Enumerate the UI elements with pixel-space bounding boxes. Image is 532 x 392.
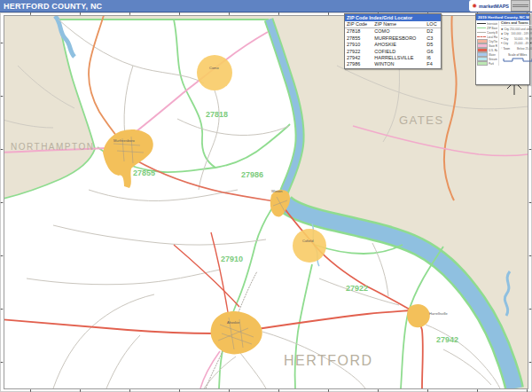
town-label-como: Como — [209, 66, 219, 70]
city-dot-icon: ● — [501, 37, 503, 40]
region-label-northampton: NORTHAMPTON — [11, 142, 94, 152]
map-canvas: NORTHAMPTON GATES HERTFORD 27818 27855 2… — [0, 12, 532, 392]
city-dot-icon: ● — [501, 43, 503, 45]
city-dot-icon: ● — [501, 33, 503, 36]
zip-table: ZIP Code ZIP Name LOC 27818COMOD2 27855M… — [345, 21, 441, 68]
logo-badge — [511, 0, 530, 12]
legend-symbols: Interstate Hwy. ZIP Boundary County Bdry… — [477, 21, 499, 66]
brand-logo: ✹ marketMAPS — [469, 0, 532, 12]
zip-row: 27986WINTONF4 — [345, 61, 441, 67]
zip-row: 27855MURFREESBOROC3 — [345, 35, 441, 42]
legend-body: Interstate Hwy. ZIP Boundary County Bdry… — [476, 20, 529, 67]
zip-label-27855: 27855 — [133, 169, 155, 177]
zip-row: 27942HARRELLSVILLEI6 — [345, 55, 441, 61]
col-zip-code: ZIP Code — [345, 21, 372, 28]
city-dot-icon: ● — [501, 27, 503, 31]
zip-row: 27922COFIELDG6 — [345, 49, 441, 55]
zip-label-27910: 27910 — [221, 255, 243, 263]
legend-title: 2019 Hertford County, NC Map — [476, 14, 529, 20]
zip-row: 27910AHOSKIED5 — [345, 42, 441, 48]
town-label-harrellsville: Harrellsville — [429, 311, 448, 316]
region-label-gates: GATES — [399, 114, 444, 127]
cities-and-towns-title: Cities and Towns — [501, 21, 532, 26]
town-label-ahoskie: Ahoskie — [227, 320, 240, 325]
interstate-line-swatch — [477, 23, 486, 24]
town-label-winton: Winton — [271, 189, 282, 193]
county-boundary-swatch — [477, 32, 486, 33]
zip-code-index-panel: ZIP Code Index/Grid Locator ZIP Code ZIP… — [344, 13, 442, 69]
local-road-swatch — [477, 36, 486, 37]
zip-label-27922: 27922 — [346, 284, 368, 293]
town-label-cofield: Cofield — [302, 239, 313, 243]
zip-label-27818: 27818 — [206, 110, 228, 119]
legend-cities: Cities and Towns ●City250,000 and above … — [499, 21, 532, 66]
col-zip-name: ZIP Name — [372, 21, 425, 28]
zip-table-header-row: ZIP Code ZIP Name LOC — [345, 21, 441, 28]
title-bar: HERTFORD COUNTY, NC — [0, 0, 532, 12]
town-como-area — [197, 55, 232, 90]
map-legend-panel: 2019 Hertford County, NC Map Interstate … — [475, 13, 530, 85]
town-label-murfreesboro: Murfreesboro — [113, 138, 136, 143]
city-dot-icon: ○ — [501, 48, 503, 51]
region-label-hertford: HERTFORD — [284, 353, 373, 368]
col-loc: LOC — [425, 21, 441, 28]
town-cofield-area — [293, 229, 326, 263]
page-title: HERTFORD COUNTY, NC — [0, 2, 102, 11]
scale-bar — [503, 57, 532, 63]
zip-label-27942: 27942 — [436, 335, 458, 344]
logo-brand-text: marketMAPS — [479, 4, 509, 9]
zip-label-27986: 27986 — [241, 170, 263, 179]
county-map-svg: NORTHAMPTON GATES HERTFORD 27818 27855 2… — [0, 12, 532, 392]
zip-row: 27818COMOD2 — [345, 28, 441, 35]
zip-index-title: ZIP Code Index/Grid Locator — [345, 14, 441, 21]
zip-boundary-swatch — [477, 27, 486, 28]
park-chip — [477, 61, 488, 66]
logo-burst-icon: ✹ — [472, 3, 477, 9]
map-page: { "title_bar": { "title": "HERTFORD COUN… — [0, 0, 532, 392]
